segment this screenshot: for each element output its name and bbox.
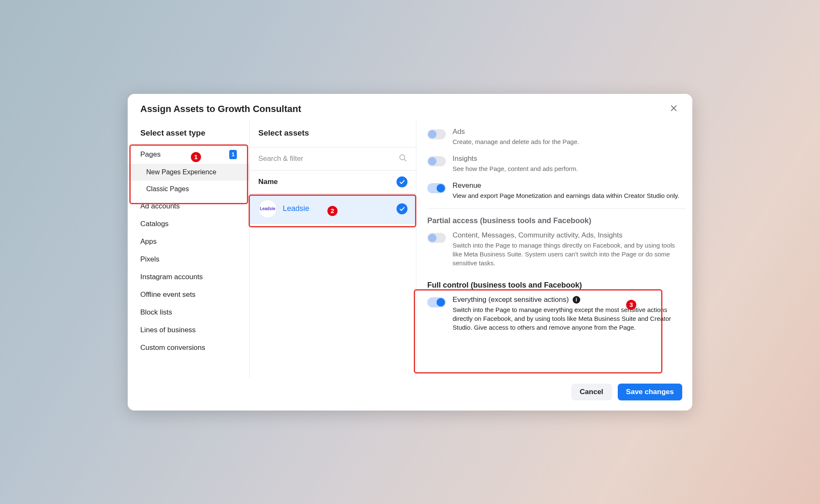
modal-footer: Cancel Save changes <box>128 378 692 411</box>
toggle-revenue[interactable] <box>427 183 446 193</box>
asset-search-input[interactable] <box>258 155 398 163</box>
permission-revenue: Revenue View and export Page Monetizatio… <box>427 177 688 204</box>
permission-desc: View and export Page Monetization and ea… <box>453 191 686 200</box>
modal-title: Assign Assets to Growth Consultant <box>140 104 301 115</box>
asset-type-catalogs[interactable]: Catalogs <box>128 215 249 233</box>
asset-subtype-classic-pages[interactable]: Classic Pages <box>128 181 249 197</box>
permission-partial: Content, Messages, Community activity, A… <box>427 227 688 272</box>
asset-selected-check-icon <box>397 203 407 214</box>
permission-title-text: Everything (except sensitive actions) <box>453 296 569 304</box>
asset-row-left: Leadsie Leadsie <box>258 200 309 218</box>
toggle-full[interactable] <box>427 297 446 307</box>
asset-type-list: Pages 1 New Pages Experience Classic Pag… <box>128 145 249 357</box>
name-header-label: Name <box>258 178 278 186</box>
permissions-column: Ads Create, manage and delete ads for th… <box>416 121 692 378</box>
asset-name-header[interactable]: Name <box>250 171 416 194</box>
asset-row-leadsie[interactable]: Leadsie Leadsie <box>250 194 416 224</box>
asset-type-block-lists[interactable]: Block lists <box>128 304 249 321</box>
permission-title: Content, Messages, Community activity, A… <box>453 231 686 240</box>
permission-title: Insights <box>453 155 686 163</box>
asset-type-pixels[interactable]: Pixels <box>128 251 249 268</box>
divider <box>427 208 686 209</box>
toggle-partial[interactable] <box>427 233 446 243</box>
permission-title: Revenue <box>453 181 686 190</box>
asset-type-apps[interactable]: Apps <box>128 233 249 251</box>
permission-ads: Ads Create, manage and delete ads for th… <box>427 123 688 150</box>
permission-title: Everything (except sensitive actions) i <box>453 296 686 304</box>
permission-desc: See how the Page, content and ads perfor… <box>453 164 686 173</box>
toggle-insights[interactable] <box>427 156 446 166</box>
assign-assets-modal: Assign Assets to Growth Consultant Selec… <box>128 94 692 411</box>
search-icon <box>398 153 407 164</box>
asset-type-pages[interactable]: Pages 1 <box>128 145 249 164</box>
select-assets-column: Select assets Name Leadsie Leadsie <box>250 121 416 378</box>
modal-body: Select asset type Pages 1 New Pages Expe… <box>128 121 692 378</box>
permission-desc: Create, manage and delete ads for the Pa… <box>453 137 686 146</box>
permission-desc: Switch into the Page to manage everythin… <box>453 305 686 332</box>
cancel-button[interactable]: Cancel <box>571 384 612 400</box>
svg-line-3 <box>404 159 406 160</box>
asset-subtype-list: New Pages Experience Classic Pages <box>128 164 249 197</box>
asset-avatar: Leadsie <box>258 200 277 218</box>
info-icon[interactable]: i <box>573 296 580 304</box>
permission-desc: Switch into the Page to manage things di… <box>453 241 686 267</box>
toggle-ads[interactable] <box>427 129 446 139</box>
asset-type-label: Pages <box>140 150 161 159</box>
permission-title: Ads <box>453 128 686 136</box>
permission-full: Everything (except sensitive actions) i … <box>427 291 688 336</box>
asset-type-column: Select asset type Pages 1 New Pages Expe… <box>128 121 250 378</box>
close-button[interactable] <box>668 103 680 115</box>
select-all-check-icon <box>397 176 407 187</box>
asset-type-instagram-accounts[interactable]: Instagram accounts <box>128 268 249 286</box>
modal-header: Assign Assets to Growth Consultant <box>128 94 692 121</box>
section-partial-access: Partial access (business tools and Faceb… <box>427 211 688 227</box>
select-assets-heading: Select assets <box>250 121 416 147</box>
asset-search-row <box>250 147 416 171</box>
close-icon <box>670 104 678 114</box>
asset-type-offline-event-sets[interactable]: Offline event sets <box>128 286 249 304</box>
asset-type-lines-of-business[interactable]: Lines of business <box>128 321 249 339</box>
asset-name-label: Leadsie <box>283 204 309 213</box>
asset-type-ad-accounts[interactable]: Ad accounts <box>128 197 249 215</box>
asset-type-heading: Select asset type <box>128 125 249 145</box>
permission-insights: Insights See how the Page, content and a… <box>427 150 688 177</box>
asset-type-custom-conversions[interactable]: Custom conversions <box>128 339 249 357</box>
save-changes-button[interactable]: Save changes <box>618 384 682 400</box>
asset-type-count-badge: 1 <box>229 150 237 159</box>
section-full-control: Full control (business tools and Faceboo… <box>427 272 688 291</box>
asset-subtype-new-pages-experience[interactable]: New Pages Experience <box>128 164 249 181</box>
